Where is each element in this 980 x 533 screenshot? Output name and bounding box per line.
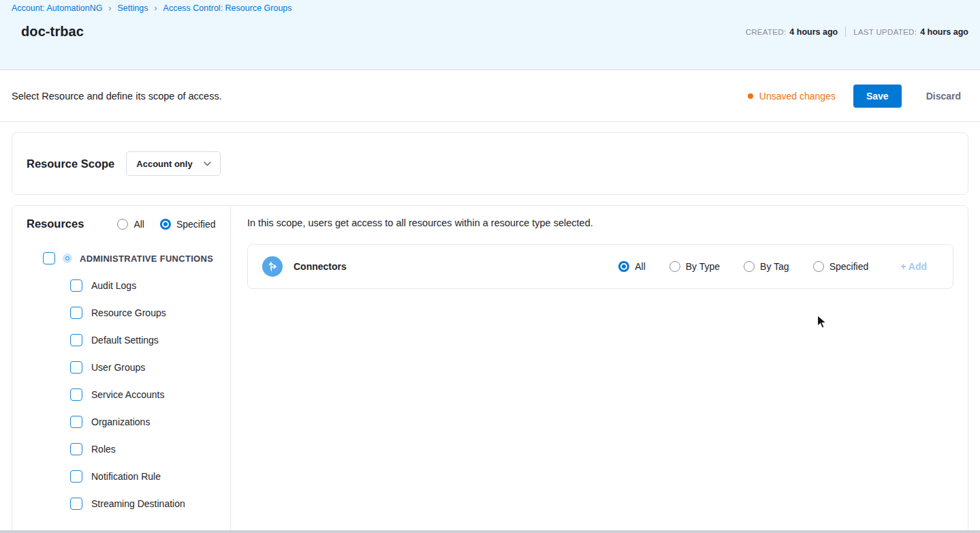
resource-item-label: Default Settings — [91, 335, 159, 346]
created-label: CREATED: — [746, 28, 787, 36]
resource-item-user-groups[interactable]: User Groups — [70, 354, 230, 381]
breadcrumb-separator-icon: › — [155, 3, 157, 13]
checkbox-icon[interactable] — [70, 279, 82, 292]
resource-scope-card: Resource Scope Account only — [12, 132, 968, 195]
resources-specified-radio[interactable]: Specified — [160, 219, 216, 230]
add-connectors-link[interactable]: + Add — [900, 261, 927, 272]
radio-label: Specified — [829, 261, 869, 272]
resource-item-notification-rule[interactable]: Notification Rule — [70, 463, 230, 490]
last-updated-value: 4 hours ago — [920, 27, 968, 37]
resource-item-label: Audit Logs — [91, 280, 136, 291]
connectors-by-type-radio[interactable]: By Type — [669, 261, 720, 272]
toolbar-description: Select Resource and define its scope of … — [12, 91, 222, 102]
resource-item-service-accounts[interactable]: Service Accounts — [70, 381, 230, 408]
resource-item-label: Streaming Destination — [91, 498, 185, 509]
breadcrumb-account-link[interactable]: Account: AutomationNG — [12, 3, 102, 13]
connectors-specified-radio[interactable]: Specified — [813, 261, 869, 272]
resources-title: Resources — [27, 217, 84, 230]
scope-content: In this scope, users get access to all r… — [231, 206, 968, 533]
resource-item-label: User Groups — [91, 362, 145, 373]
administrative-functions-checkbox[interactable] — [43, 252, 55, 264]
connectors-all-radio[interactable]: All — [618, 261, 646, 272]
radio-icon — [744, 261, 755, 272]
resource-item-default-settings[interactable]: Default Settings — [70, 326, 230, 354]
resource-item-organizations[interactable]: Organizations — [70, 408, 230, 436]
created-value: 4 hours ago — [789, 27, 838, 37]
resource-item-label: Service Accounts — [91, 389, 164, 400]
breadcrumb-access-control-link[interactable]: Access Control: Resource Groups — [163, 3, 292, 13]
checkbox-icon[interactable] — [70, 470, 82, 483]
resources-sidebar: Resources All Specified ADMINISTRATIVE F… — [12, 206, 231, 533]
connectors-row: Connectors All By Type By Tag — [247, 244, 953, 289]
connectors-icon — [262, 256, 283, 277]
connectors-by-tag-radio[interactable]: By Tag — [744, 261, 789, 272]
resources-header: Resources All Specified — [27, 217, 230, 230]
meta-divider — [845, 27, 846, 37]
category-indicator-icon — [63, 254, 72, 263]
radio-selected-icon — [160, 219, 171, 230]
toolbar-actions: Unsaved changes Save Discard — [748, 85, 961, 108]
resource-item-label: Notification Rule — [91, 471, 161, 482]
scope-description: In this scope, users get access to all r… — [247, 217, 953, 228]
page-title: doc-trbac — [21, 24, 84, 40]
resource-scope-selected-value: Account only — [136, 159, 192, 169]
save-button[interactable]: Save — [853, 85, 902, 108]
breadcrumb-settings-link[interactable]: Settings — [117, 3, 148, 13]
unsaved-dot-icon — [748, 93, 753, 99]
checkbox-icon[interactable] — [70, 389, 82, 401]
resources-card: Resources All Specified ADMINISTRATIVE F… — [12, 205, 968, 533]
resource-item-roles[interactable]: Roles — [70, 436, 230, 463]
radio-icon — [669, 261, 680, 272]
administrative-functions-group[interactable]: ADMINISTRATIVE FUNCTIONS — [43, 245, 230, 272]
radio-label: All — [635, 261, 646, 272]
radio-label: By Type — [686, 261, 720, 272]
last-updated-label: LAST UPDATED: — [853, 28, 917, 36]
checkbox-icon[interactable] — [70, 443, 82, 455]
breadcrumb-separator-icon: › — [108, 3, 111, 13]
checkbox-icon[interactable] — [70, 361, 82, 374]
resource-item-streaming-destination[interactable]: Streaming Destination — [70, 490, 230, 517]
resource-scope-title: Resource Scope — [27, 157, 114, 170]
resource-item-label: Organizations — [91, 416, 150, 427]
toolbar: Select Resource and define its scope of … — [0, 70, 980, 122]
resource-item-label: Resource Groups — [91, 307, 166, 318]
resource-tree: ADMINISTRATIVE FUNCTIONS Audit Logs Reso… — [27, 245, 230, 517]
resources-all-radio[interactable]: All — [117, 219, 144, 230]
radio-label: Specified — [176, 219, 216, 230]
checkbox-icon[interactable] — [70, 498, 82, 510]
resource-item-audit-logs[interactable]: Audit Logs — [70, 272, 230, 299]
radio-label: All — [133, 219, 144, 230]
checkbox-icon[interactable] — [70, 307, 82, 319]
radio-icon — [117, 219, 128, 230]
breadcrumb: Account: AutomationNG › Settings › Acces… — [12, 3, 968, 13]
checkbox-icon[interactable] — [70, 416, 82, 428]
resource-scope-dropdown[interactable]: Account only — [126, 151, 220, 176]
checkbox-icon[interactable] — [70, 334, 82, 346]
radio-selected-icon — [618, 261, 629, 272]
page-header: Account: AutomationNG › Settings › Acces… — [0, 0, 980, 70]
resource-item-label: Roles — [91, 444, 116, 455]
radio-icon — [813, 261, 824, 272]
radio-label: By Tag — [760, 261, 789, 272]
unsaved-changes-indicator: Unsaved changes — [748, 91, 836, 102]
horizontal-scrollbar[interactable] — [0, 530, 980, 533]
connectors-scope-options: All By Type By Tag Specified + Add — [618, 261, 927, 272]
connectors-label: Connectors — [294, 261, 347, 272]
resource-item-resource-groups[interactable]: Resource Groups — [70, 299, 230, 326]
discard-button[interactable]: Discard — [926, 91, 961, 102]
unsaved-changes-label: Unsaved changes — [759, 91, 836, 102]
chevron-down-icon — [204, 162, 211, 166]
resource-group-detail-page: Account: AutomationNG › Settings › Acces… — [0, 0, 980, 533]
group-label: ADMINISTRATIVE FUNCTIONS — [80, 254, 213, 264]
timestamps: CREATED: 4 hours ago LAST UPDATED: 4 hou… — [746, 27, 968, 37]
